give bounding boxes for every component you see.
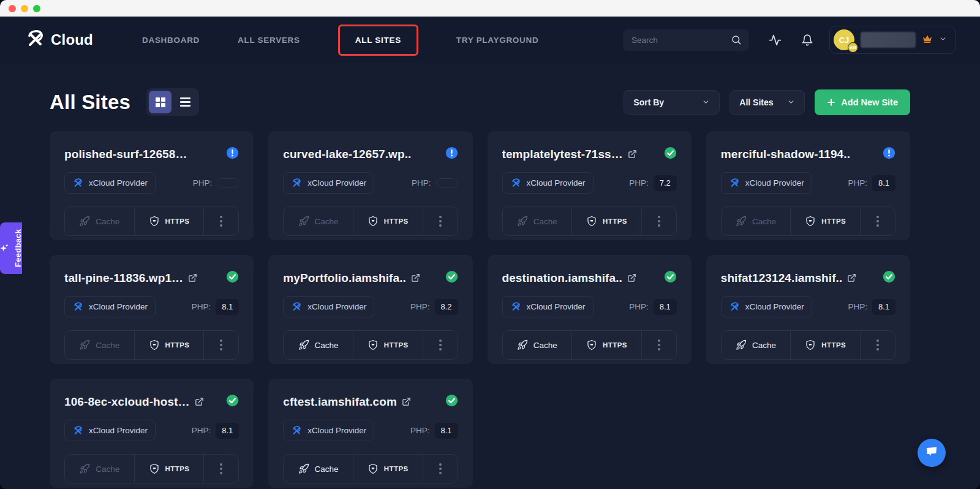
https-button[interactable]: HTTPS	[791, 331, 861, 359]
external-link-icon[interactable]	[195, 397, 204, 406]
close-window-button[interactable]	[9, 5, 16, 12]
cache-button[interactable]: Cache	[65, 455, 135, 483]
site-name[interactable]: polished-surf-12658…	[64, 148, 187, 161]
brand-name: Cloud	[51, 31, 93, 48]
site-filter-dropdown[interactable]: All Sites	[729, 90, 805, 115]
zoom-window-button[interactable]	[33, 5, 40, 12]
sort-by-dropdown[interactable]: Sort By	[624, 90, 720, 115]
activity-icon[interactable]	[769, 34, 782, 47]
nav-item-dashboard[interactable]: DASHBOARD	[142, 36, 200, 45]
site-name[interactable]: 106-8ec-xcloud-host…	[64, 395, 190, 409]
https-button[interactable]: HTTPS	[353, 455, 423, 483]
https-button[interactable]: HTTPS	[135, 455, 205, 483]
cache-label: Cache	[533, 217, 557, 226]
nav-item-try-playground[interactable]: TRY PLAYGROUND	[456, 36, 539, 45]
site-card-header: templatelytest-71ss…	[502, 146, 677, 162]
profile-menu[interactable]: CJ AM	[829, 26, 956, 54]
https-button[interactable]: HTTPS	[135, 331, 205, 359]
cache-button[interactable]: Cache	[65, 207, 135, 235]
external-link-icon[interactable]	[402, 397, 411, 406]
cache-button[interactable]: Cache	[284, 207, 353, 235]
site-options-kebab-menu[interactable]	[423, 455, 458, 483]
external-link-icon[interactable]	[627, 273, 636, 282]
site-name[interactable]: myPortfolio.iamshifa..	[283, 271, 406, 285]
site-name[interactable]: curved-lake-12657.wp..	[283, 148, 411, 161]
site-name[interactable]: destination.iamshifa..	[502, 271, 622, 285]
site-name[interactable]: tall-pine-11836.wp1…	[64, 271, 183, 285]
notifications-bell-icon[interactable]	[801, 34, 813, 47]
https-shield-icon	[586, 339, 597, 351]
https-button[interactable]: HTTPS	[572, 207, 642, 235]
cache-button[interactable]: Cache	[722, 207, 791, 235]
https-label: HTTPS	[165, 218, 190, 225]
php-info: PHP:	[193, 178, 239, 188]
chat-widget-button[interactable]	[918, 439, 946, 467]
https-button[interactable]: HTTPS	[353, 207, 423, 235]
site-name[interactable]: cftest.iamshifat.com	[283, 395, 397, 409]
https-shield-icon	[149, 216, 160, 227]
nav-item-all-servers[interactable]: ALL SERVERS	[238, 36, 300, 45]
site-options-kebab-menu[interactable]	[204, 207, 238, 235]
nav-item-all-sites[interactable]: ALL SITES	[338, 25, 418, 56]
cache-rocket-icon	[517, 216, 528, 227]
site-card: shifat123124.iamshif.. xCloud Provider	[706, 255, 910, 364]
php-label: PHP:	[629, 302, 649, 311]
external-link-icon[interactable]	[411, 273, 420, 282]
cache-button[interactable]: Cache	[284, 455, 353, 483]
provider-badge: xCloud Provider	[64, 296, 156, 317]
site-card-meta: xCloud Provider PHP: 8.1	[283, 420, 458, 441]
cache-button[interactable]: Cache	[722, 331, 791, 359]
site-card-actions: Cache HTTPS	[283, 207, 458, 236]
site-name[interactable]: templatelytest-71ss…	[502, 148, 623, 161]
cache-button[interactable]: Cache	[503, 207, 573, 235]
site-options-kebab-menu[interactable]	[861, 207, 895, 235]
https-shield-icon	[149, 463, 160, 474]
cache-button[interactable]: Cache	[65, 331, 135, 359]
site-options-kebab-menu[interactable]	[423, 331, 458, 359]
provider-rocket-icon	[510, 301, 522, 313]
php-label: PHP:	[193, 178, 213, 188]
external-link-icon[interactable]	[628, 150, 637, 159]
grid-view-button[interactable]	[149, 91, 172, 113]
feedback-button[interactable]: Feedback	[0, 222, 22, 274]
php-version-pill	[217, 178, 239, 188]
cache-button[interactable]: Cache	[503, 331, 573, 359]
site-card-header: destination.iamshifa..	[502, 270, 677, 286]
external-link-icon[interactable]	[188, 273, 197, 282]
site-options-kebab-menu[interactable]	[204, 331, 238, 359]
https-button[interactable]: HTTPS	[353, 331, 423, 359]
site-card-header: myPortfolio.iamshifa..	[283, 270, 458, 286]
site-options-kebab-menu[interactable]	[642, 207, 676, 235]
php-info: PHP: 8.1	[629, 299, 677, 315]
brand-logo[interactable]: Cloud	[24, 28, 93, 52]
top-navbar: Cloud DASHBOARD ALL SERVERS ALL SITES TR…	[0, 17, 980, 63]
https-button[interactable]: HTTPS	[791, 207, 861, 235]
site-card: tall-pine-11836.wp1… xCloud Provider PH	[50, 255, 254, 364]
site-name[interactable]: merciful-shadow-1194..	[721, 148, 850, 161]
site-options-kebab-menu[interactable]	[423, 207, 458, 235]
site-card-meta: xCloud Provider PHP: 8.1	[502, 296, 677, 317]
sparkles-icon	[0, 243, 10, 253]
php-version-pill: 8.1	[872, 175, 895, 191]
site-options-kebab-menu[interactable]	[204, 455, 238, 483]
php-info: PHP: 8.1	[410, 423, 458, 439]
site-options-kebab-menu[interactable]	[861, 331, 895, 359]
list-view-button[interactable]	[174, 91, 197, 113]
https-button[interactable]: HTTPS	[135, 207, 205, 235]
site-filter-label: All Sites	[739, 97, 773, 107]
site-name[interactable]: shifat123124.iamshif..	[721, 271, 843, 285]
search-box	[623, 29, 749, 51]
cache-button[interactable]: Cache	[284, 331, 353, 359]
site-options-kebab-menu[interactable]	[642, 331, 676, 359]
cache-rocket-icon	[298, 339, 309, 351]
add-new-site-button[interactable]: Add New Site	[815, 89, 910, 115]
minimize-window-button[interactable]	[21, 5, 28, 12]
external-link-icon[interactable]	[847, 273, 856, 282]
app-window: Cloud DASHBOARD ALL SERVERS ALL SITES TR…	[0, 0, 980, 489]
sites-grid: polished-surf-12658… xCloud Provider PHP…	[50, 131, 910, 488]
https-button[interactable]: HTTPS	[572, 331, 642, 359]
https-shield-icon	[368, 463, 379, 474]
cache-label: Cache	[96, 217, 119, 226]
search-icon[interactable]	[731, 34, 742, 48]
cache-rocket-icon	[298, 463, 309, 474]
